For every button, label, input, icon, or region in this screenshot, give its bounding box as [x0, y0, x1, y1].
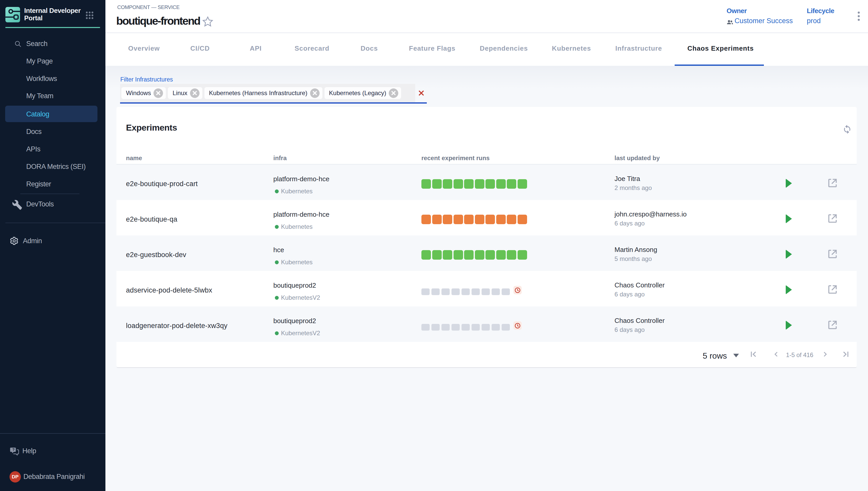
svg-text:?: ?	[12, 447, 15, 452]
